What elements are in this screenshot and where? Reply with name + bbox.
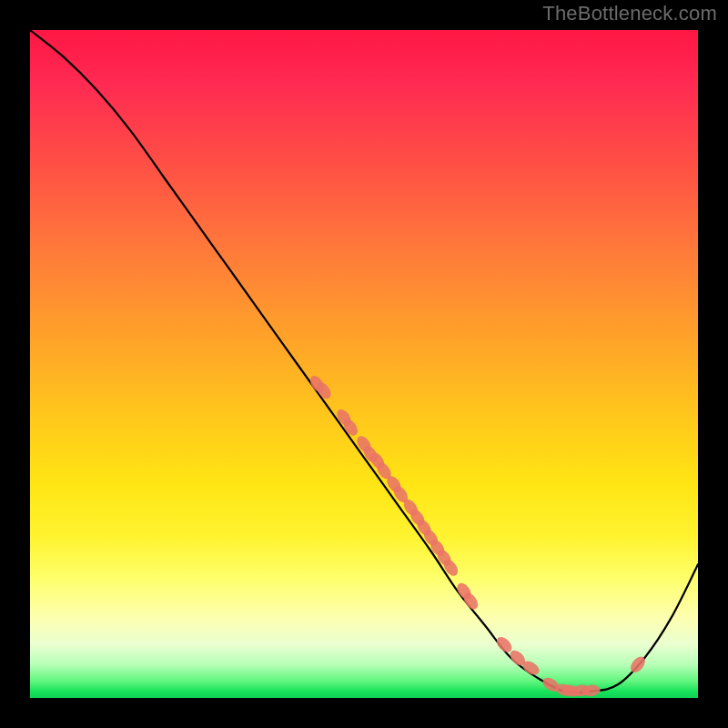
chart-svg [30,30,698,698]
watermark-text: TheBottleneck.com [542,2,717,25]
chart-frame: TheBottleneck.com [0,0,728,728]
marker-group [308,373,648,698]
plot-area [30,30,698,698]
bottleneck-curve [30,30,698,693]
